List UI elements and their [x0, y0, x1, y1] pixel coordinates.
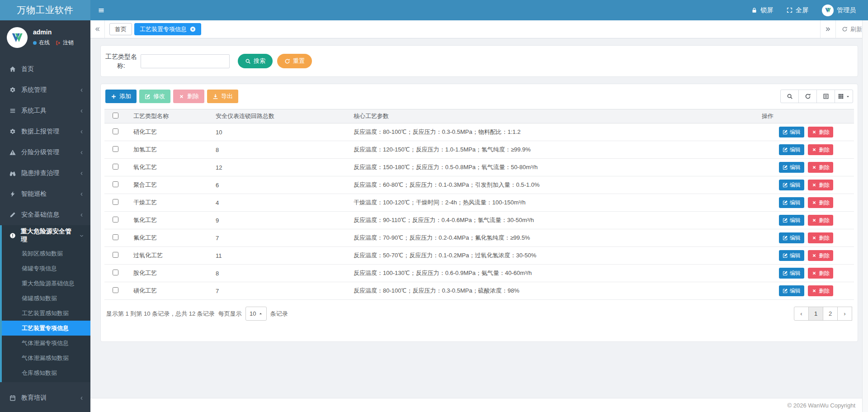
row-edit-button[interactable]: 编辑: [779, 250, 804, 261]
reset-button[interactable]: 重置: [277, 54, 312, 68]
avatar: [7, 27, 28, 48]
tab-close-icon[interactable]: [190, 26, 196, 32]
sidebar-menu-item[interactable]: 隐患排查治理: [0, 163, 90, 184]
sidebar-submenu-item[interactable]: 储罐专项信息: [2, 261, 90, 276]
tab-bar: 首页 工艺装置专项信息 刷新: [90, 20, 868, 38]
row-edit-button[interactable]: 编辑: [779, 268, 804, 279]
row-delete-button[interactable]: 删除: [808, 127, 833, 137]
table-detail-view-button[interactable]: [816, 90, 835, 103]
select-all-checkbox[interactable]: [113, 113, 118, 118]
table-refresh-button[interactable]: [798, 90, 817, 103]
row-edit-button[interactable]: 编辑: [779, 285, 804, 296]
caret-up-icon: [259, 312, 263, 316]
sidebar-menu-item[interactable]: 分险分级管理: [0, 142, 90, 163]
delete-button[interactable]: 删除: [173, 90, 204, 103]
modify-button[interactable]: 修改: [139, 90, 170, 103]
sidebar-menu-item[interactable]: 数据上报管理: [0, 121, 90, 142]
sidebar-submenu-item[interactable]: 气体泄漏感知数据: [2, 350, 90, 365]
sidebar-menu-item[interactable]: 智能巡检: [0, 184, 90, 204]
chevron-left-icon: [79, 213, 84, 218]
row-checkbox[interactable]: [113, 164, 118, 170]
row-checkbox[interactable]: [113, 287, 118, 293]
app-logo[interactable]: 万物工业软件: [0, 0, 90, 20]
edit-icon: [783, 235, 788, 241]
cell-core-params: 反应温度：100-130℃；反应压力：0.6-0.9MPa；氨气量：40-60m…: [350, 265, 758, 282]
cell-process-name: 干燥工艺: [130, 194, 212, 212]
cell-core-params: 反应温度：70-90℃；反应压力：0.2-0.4MPa；氟化氢纯度：≥99.5%: [350, 229, 758, 247]
cell-process-name: 磺化工艺: [130, 282, 212, 300]
process-type-name-input[interactable]: [141, 54, 230, 68]
sidebar-submenu-item[interactable]: 工艺装置专项信息: [2, 321, 90, 336]
row-delete-button[interactable]: 删除: [808, 250, 833, 261]
table-row: 干燥工艺 4 干燥温度：100-120℃；干燥时间：2-4h；热风流量：100-…: [104, 194, 854, 212]
logout-link[interactable]: 注销: [56, 39, 74, 47]
row-delete-button[interactable]: 删除: [808, 144, 833, 155]
page-button[interactable]: ›: [837, 307, 852, 321]
table-row: 过氧化工艺 11 反应温度：50-70℃；反应压力：0.1-0.2MPa；过氧化…: [104, 247, 854, 265]
export-button[interactable]: 导出: [207, 90, 238, 103]
page-button[interactable]: 1: [808, 307, 823, 321]
row-edit-button[interactable]: 编辑: [779, 197, 804, 208]
sidebar-submenu-item[interactable]: 气体泄漏专项信息: [2, 336, 90, 350]
pagination-info: 显示第 1 到第 10 条记录，总共 12 条记录: [106, 310, 215, 318]
row-delete-button[interactable]: 删除: [808, 215, 833, 226]
sidebar-toggle-button[interactable]: [90, 0, 112, 20]
row-delete-button[interactable]: 删除: [808, 180, 833, 190]
row-checkbox[interactable]: [113, 270, 118, 275]
x-icon: [811, 147, 817, 152]
row-checkbox[interactable]: [113, 234, 118, 240]
sidebar-submenu-item[interactable]: 装卸区感知数据: [2, 246, 90, 261]
sidebar-submenu-item[interactable]: 储罐感知数据: [2, 291, 90, 306]
tabs-scroll-right-button[interactable]: [821, 20, 836, 38]
row-checkbox[interactable]: [113, 181, 118, 187]
row-checkbox[interactable]: [113, 146, 118, 152]
sidebar-submenu-item[interactable]: 重大危险源基础信息: [2, 276, 90, 291]
fullscreen-button[interactable]: 全屏: [780, 0, 815, 20]
row-delete-button[interactable]: 删除: [808, 268, 833, 279]
cell-core-params: 干燥温度：100-120℃；干燥时间：2-4h；热风流量：100-150m³/h: [350, 194, 758, 212]
lock-screen-button[interactable]: 锁屏: [745, 0, 780, 20]
row-delete-button[interactable]: 删除: [808, 285, 833, 296]
row-checkbox[interactable]: [113, 217, 118, 223]
table-search-toggle-button[interactable]: [780, 90, 799, 103]
row-delete-button[interactable]: 删除: [808, 162, 833, 173]
sidebar-menu-item[interactable]: 首页: [0, 59, 90, 80]
row-checkbox[interactable]: [113, 252, 118, 258]
sidebar-section-header[interactable]: 重大危险源安全管理: [2, 225, 90, 246]
row-edit-button[interactable]: 编辑: [779, 162, 804, 173]
row-edit-button[interactable]: 编辑: [779, 180, 804, 190]
row-edit-button[interactable]: 编辑: [779, 215, 804, 226]
table-panel: 添加 修改 删除 导出: [100, 84, 858, 342]
sidebar-menu-item[interactable]: 系统管理: [0, 80, 90, 100]
user-menu[interactable]: 管理员: [815, 0, 863, 20]
table-columns-button[interactable]: [835, 90, 853, 103]
add-button[interactable]: 添加: [105, 90, 137, 103]
table-toolbar: 添加 修改 删除 导出: [104, 89, 854, 109]
column-header-params: 核心工艺参数: [350, 109, 758, 123]
row-checkbox[interactable]: [113, 199, 118, 205]
sidebar-submenu-item[interactable]: 工艺装置感知数据: [2, 306, 90, 321]
table-row: 磺化工艺 7 反应温度：80-100℃；反应压力：0.3-0.5MPa；硫酸浓度…: [104, 282, 854, 300]
page-size-select[interactable]: 10: [245, 307, 267, 321]
sidebar-section-label: 重大危险源安全管理: [21, 227, 75, 244]
page-button[interactable]: ‹: [794, 307, 809, 321]
row-edit-button[interactable]: 编辑: [779, 232, 804, 243]
cell-loop-count: 10: [212, 123, 350, 141]
sidebar-menu-item[interactable]: 安全基础信息: [0, 204, 90, 225]
row-edit-button[interactable]: 编辑: [779, 144, 804, 155]
row-checkbox[interactable]: [113, 128, 118, 134]
row-edit-button[interactable]: 编辑: [779, 127, 804, 137]
tab[interactable]: 首页: [109, 23, 132, 35]
tabs-scroll-left-button[interactable]: [90, 20, 105, 38]
row-delete-button[interactable]: 删除: [808, 197, 833, 208]
page-button[interactable]: 2: [823, 307, 838, 321]
row-delete-button[interactable]: 删除: [808, 232, 833, 243]
hamburger-icon: [98, 7, 105, 14]
sidebar-menu-item[interactable]: 系统工具: [0, 100, 90, 121]
table-row: 硝化工艺 10 反应温度：80-100℃；反应压力：0.3-0.5MPa；物料配…: [104, 123, 854, 141]
search-button[interactable]: 搜索: [238, 54, 273, 68]
sidebar-menu-item[interactable]: 教育培训: [0, 388, 90, 408]
tab[interactable]: 工艺装置专项信息: [134, 23, 201, 35]
sidebar-submenu-item[interactable]: 仓库感知数据: [2, 365, 90, 380]
page-scrollbar[interactable]: [862, 20, 868, 412]
